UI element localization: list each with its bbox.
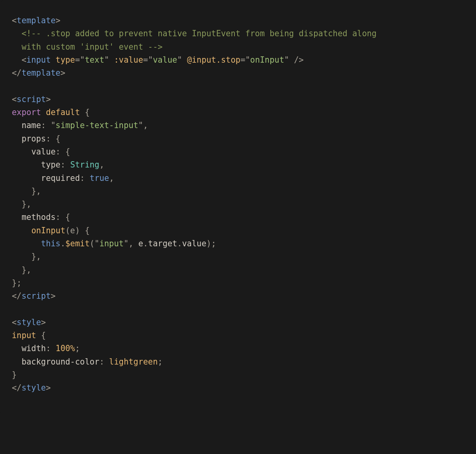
- code-line: this.$emit("input", e.target.value);: [12, 239, 216, 248]
- code-line: <template>: [12, 16, 60, 25]
- code-line: <script>: [12, 95, 51, 104]
- code-line: export default {: [12, 108, 90, 117]
- code-line: props: {: [12, 134, 60, 143]
- code-line: background-color: lightgreen;: [12, 357, 163, 367]
- code-line: },: [12, 199, 31, 209]
- code-line: }: [12, 370, 17, 380]
- code-line: <input type="text" :value="value" @input…: [12, 55, 304, 65]
- code-line: </template>: [12, 68, 65, 78]
- code-line: value: {: [12, 147, 70, 156]
- code-line: name: "simple-text-input",: [12, 121, 148, 130]
- code-line: },: [12, 186, 41, 196]
- code-line: },: [12, 252, 41, 261]
- code-line: methods: {: [12, 212, 70, 222]
- code-line: onInput(e) {: [12, 226, 90, 235]
- code-line: width: 100%;: [12, 344, 80, 353]
- code-block: <template> <!-- .stop added to prevent n…: [0, 0, 476, 415]
- code-line: <!-- .stop added to prevent native Input…: [12, 29, 377, 38]
- code-line: },: [12, 265, 31, 275]
- code-line: with custom 'input' event -->: [12, 42, 163, 52]
- code-line: </script>: [12, 291, 56, 301]
- code-line: required: true,: [12, 173, 114, 183]
- code-line: </style>: [12, 383, 51, 393]
- code-line: <style>: [12, 318, 46, 327]
- code-line: type: String,: [12, 160, 104, 169]
- code-line: input {: [12, 331, 46, 340]
- code-line: };: [12, 278, 22, 288]
